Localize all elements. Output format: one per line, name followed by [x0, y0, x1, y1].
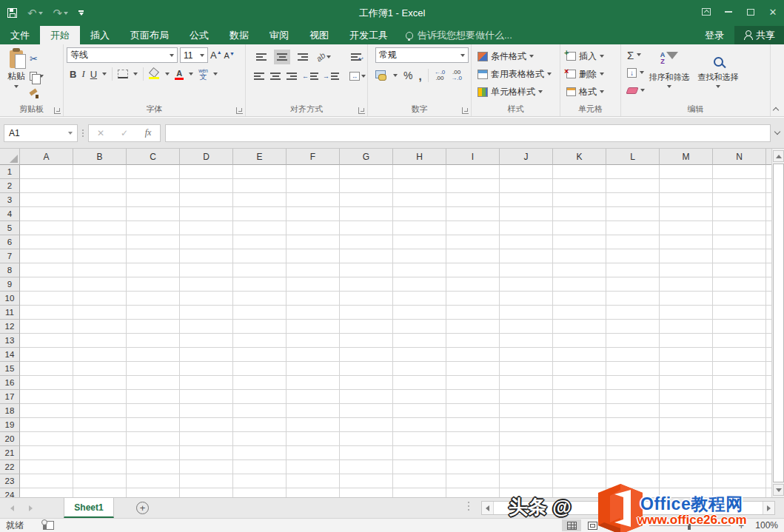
normal-view-button[interactable]: [562, 519, 581, 531]
maximize-button[interactable]: [740, 0, 762, 24]
next-sheet-button[interactable]: [29, 505, 33, 511]
cell-B19[interactable]: [73, 418, 127, 432]
cell-I7[interactable]: [446, 249, 500, 263]
cell-D15[interactable]: [180, 362, 233, 376]
cell-E23[interactable]: [233, 474, 287, 488]
row-header-15[interactable]: 15: [0, 362, 20, 376]
cell-N23[interactable]: [713, 474, 766, 488]
cell-J23[interactable]: [500, 474, 553, 488]
horizontal-scrollbar[interactable]: [481, 501, 775, 515]
cell-A20[interactable]: [20, 432, 73, 446]
italic-button[interactable]: I: [81, 68, 84, 80]
cell-I21[interactable]: [446, 446, 500, 460]
cell-J2[interactable]: [500, 179, 553, 193]
cell-G3[interactable]: [340, 193, 393, 207]
cell-J13[interactable]: [500, 334, 553, 348]
cell-N11[interactable]: [713, 306, 766, 320]
cell-E10[interactable]: [233, 292, 287, 306]
cell-K19[interactable]: [553, 418, 606, 432]
cell-I19[interactable]: [446, 418, 500, 432]
cell-H8[interactable]: [393, 263, 446, 277]
cell-H13[interactable]: [393, 334, 446, 348]
cell-L11[interactable]: [606, 306, 660, 320]
cell-H23[interactable]: [393, 474, 446, 488]
cell-N2[interactable]: [713, 179, 766, 193]
column-header-C[interactable]: C: [127, 149, 180, 165]
cell-N3[interactable]: [713, 193, 766, 207]
cell-A18[interactable]: [20, 404, 73, 418]
cell-partial-4[interactable]: [766, 207, 771, 221]
cell-F6[interactable]: [287, 235, 340, 249]
cell-A4[interactable]: [20, 207, 73, 221]
cell-D22[interactable]: [180, 460, 233, 474]
cell-D14[interactable]: [180, 348, 233, 362]
cell-M8[interactable]: [660, 263, 713, 277]
cell-F18[interactable]: [287, 404, 340, 418]
horizontal-scroll-thumb[interactable]: [494, 502, 763, 514]
cell-I5[interactable]: [446, 221, 500, 235]
cell-L13[interactable]: [606, 334, 660, 348]
cell-K20[interactable]: [553, 432, 606, 446]
cell-B8[interactable]: [73, 263, 127, 277]
cell-F3[interactable]: [287, 193, 340, 207]
cell-A16[interactable]: [20, 376, 73, 390]
cell-L7[interactable]: [606, 249, 660, 263]
tab-公式[interactable]: 公式: [179, 26, 219, 44]
cell-J1[interactable]: [500, 165, 553, 179]
cell-N24[interactable]: [713, 488, 766, 497]
scroll-down-button[interactable]: [773, 484, 784, 496]
cell-I11[interactable]: [446, 306, 500, 320]
cell-A2[interactable]: [20, 179, 73, 193]
cell-E4[interactable]: [233, 207, 287, 221]
cell-B1[interactable]: [73, 165, 127, 179]
vertical-scrollbar[interactable]: [771, 149, 784, 497]
cell-A11[interactable]: [20, 306, 73, 320]
row-header-23[interactable]: 23: [0, 474, 20, 488]
bold-button[interactable]: B: [70, 69, 76, 80]
cell-L19[interactable]: [606, 418, 660, 432]
cell-G18[interactable]: [340, 404, 393, 418]
cell-H7[interactable]: [393, 249, 446, 263]
share-button[interactable]: 共享: [734, 26, 784, 44]
cell-partial-10[interactable]: [766, 292, 771, 306]
cell-A23[interactable]: [20, 474, 73, 488]
fill-color-dropdown-icon[interactable]: [165, 73, 170, 75]
cell-E11[interactable]: [233, 306, 287, 320]
cell-partial-21[interactable]: [766, 446, 771, 460]
row-header-13[interactable]: 13: [0, 334, 20, 348]
align-bottom-button[interactable]: [295, 50, 311, 64]
cell-M16[interactable]: [660, 376, 713, 390]
cell-G23[interactable]: [340, 474, 393, 488]
cell-E2[interactable]: [233, 179, 287, 193]
cell-C16[interactable]: [127, 376, 180, 390]
tab-页面布局[interactable]: 页面布局: [120, 26, 179, 44]
cell-K12[interactable]: [553, 320, 606, 334]
cell-C20[interactable]: [127, 432, 180, 446]
cell-partial-18[interactable]: [766, 404, 771, 418]
cell-D21[interactable]: [180, 446, 233, 460]
tell-me-box[interactable]: 告诉我您想要做什么...: [406, 26, 512, 44]
cell-I13[interactable]: [446, 334, 500, 348]
font-name-combo[interactable]: 等线: [67, 47, 178, 63]
cell-partial-22[interactable]: [766, 460, 771, 474]
cell-N20[interactable]: [713, 432, 766, 446]
cell-E1[interactable]: [233, 165, 287, 179]
cell-C11[interactable]: [127, 306, 180, 320]
tab-开始[interactable]: 开始: [40, 26, 80, 44]
column-header-F[interactable]: F: [287, 149, 340, 165]
cell-H5[interactable]: [393, 221, 446, 235]
row-header-24[interactable]: 24: [0, 488, 20, 497]
vertical-scroll-thumb[interactable]: [773, 164, 784, 482]
cell-D5[interactable]: [180, 221, 233, 235]
cell-M13[interactable]: [660, 334, 713, 348]
cell-partial-23[interactable]: [766, 474, 771, 488]
sheet-tab-sheet1[interactable]: Sheet1: [64, 498, 114, 518]
row-header-14[interactable]: 14: [0, 348, 20, 362]
cell-B5[interactable]: [73, 221, 127, 235]
column-header-D[interactable]: D: [180, 149, 233, 165]
cell-L18[interactable]: [606, 404, 660, 418]
cell-G8[interactable]: [340, 263, 393, 277]
cell-C4[interactable]: [127, 207, 180, 221]
cell-H15[interactable]: [393, 362, 446, 376]
cell-G5[interactable]: [340, 221, 393, 235]
